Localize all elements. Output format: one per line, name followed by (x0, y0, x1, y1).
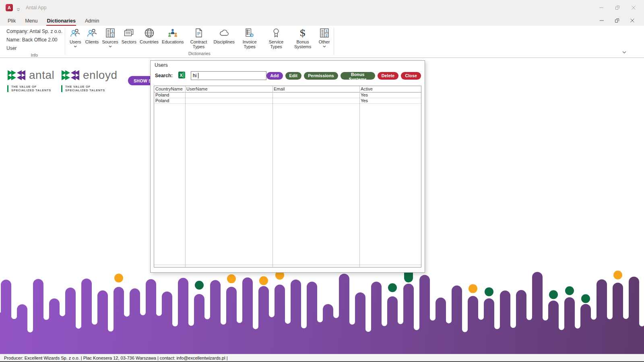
enloyd-logo: enloyd THE VALUE OF SPECIALIZED TALENTS (61, 69, 118, 92)
clipboard-gear-icon (244, 27, 255, 39)
chevron-down-icon (323, 45, 326, 47)
antal-tagline-line1: THE VALUE OF (11, 85, 51, 88)
svg-text:X: X (180, 72, 183, 77)
ribbon-button-invoice-types[interactable]: Invoice Types (237, 27, 262, 49)
group-separator (334, 28, 334, 55)
table-header-row: CountryName UserName Email Active (154, 86, 421, 93)
ribbon-button-sources[interactable]: 1 2 Sources (101, 27, 119, 48)
sectors-cards-icon (123, 27, 134, 39)
minimize-icon[interactable] (593, 0, 609, 15)
ribbon-button-countries[interactable]: Countries (138, 27, 160, 45)
ribbon-button-bonus-systems[interactable]: $ Bonus Systems (290, 27, 316, 49)
ribbon-button-users[interactable]: Users (68, 27, 83, 48)
status-bar: Producer: Excellent Wizards Sp. z o.o. |… (0, 354, 644, 361)
ribbon-button-educations[interactable]: Educations (161, 27, 185, 45)
ribbon-group-dictionaries: Users Clients (66, 26, 333, 58)
app-icon: A (6, 4, 13, 11)
column-divider (185, 86, 186, 267)
quick-access-chevron-icon[interactable] (17, 6, 20, 13)
bonus-systems-button[interactable]: Bonus Systems (341, 72, 375, 80)
column-header-active[interactable]: Active (359, 86, 421, 92)
close-icon[interactable] (625, 0, 642, 15)
application-window: A Antal App Plik Menu Dictionaries Admin… (0, 0, 644, 362)
ribbon-button-sectors[interactable]: Sectors (120, 27, 138, 45)
globe-icon (144, 27, 155, 39)
clients-icon (87, 27, 98, 39)
ribbon-button-service-types[interactable]: Service Types (263, 27, 289, 49)
menu-bar: Plik Menu Dictionaries Admin (0, 15, 644, 26)
dollar-icon: $ (297, 27, 308, 39)
sources-grid-icon: 1 2 (105, 27, 116, 39)
grid-bottom-line (154, 265, 421, 265)
excel-export-icon[interactable]: X (178, 72, 185, 80)
decorative-wave (0, 267, 644, 354)
ribbon-button-clients[interactable]: Clients (84, 27, 100, 45)
menu-item-menu[interactable]: Menu (21, 16, 42, 25)
users-table: CountryName UserName Email Active Poland… (154, 86, 421, 267)
group-caption-dictionaries: Dictionaries (66, 51, 333, 58)
svg-text:1: 1 (111, 29, 113, 33)
column-header-email[interactable]: Email (272, 86, 359, 92)
enloyd-logo-mark-icon (61, 70, 80, 81)
menu-item-admin[interactable]: Admin (80, 16, 103, 25)
antal-logo-mark-icon (7, 70, 26, 81)
user-label: User (6, 44, 17, 53)
app-name-label: Name: Back Office 2.00 (6, 36, 58, 44)
antal-logo: antal THE VALUE OF SPECIALIZED TALENTS (7, 69, 54, 92)
menu-item-dictionaries[interactable]: Dictionaries (42, 16, 80, 25)
workspace: antal THE VALUE OF SPECIALIZED TALENTS (0, 58, 644, 354)
window-title: Antal App (26, 5, 46, 10)
child-restore-icon[interactable] (609, 16, 625, 25)
svg-text:$: $ (299, 27, 306, 39)
users-dialog: Users Search: X Add Edit Pe (150, 60, 425, 273)
ribbon-collapse-chevron-icon[interactable] (622, 48, 626, 55)
svg-text:1: 1 (326, 29, 328, 33)
delete-button[interactable]: Delete (378, 72, 399, 80)
title-bar: A Antal App (0, 0, 644, 15)
ribbon-button-contract-types[interactable]: Contract Types (186, 27, 212, 49)
ribbon-group-info: Company: Antal Sp. z o.o. Name: Back Off… (0, 26, 64, 59)
menu-item-plik[interactable]: Plik (3, 16, 20, 25)
chevron-down-icon (74, 45, 77, 47)
table-row[interactable]: Poland Yes (154, 93, 421, 98)
company-label: Company: Antal Sp. z o.o. (6, 27, 62, 36)
document-icon (193, 27, 204, 39)
permissions-button[interactable]: Permissions (304, 72, 338, 80)
ribbon: Company: Antal Sp. z o.o. Name: Back Off… (0, 26, 644, 58)
search-input[interactable] (191, 71, 266, 80)
dialog-title: Users (155, 62, 168, 68)
tagline-bar (7, 85, 8, 92)
tagline-bar (61, 85, 62, 92)
child-close-icon[interactable] (625, 16, 640, 25)
cloud-icon (219, 27, 230, 39)
edit-button[interactable]: Edit (285, 72, 302, 80)
enloyd-tagline-line1: THE VALUE OF (65, 85, 105, 88)
column-divider (272, 86, 273, 267)
chevron-down-icon (109, 45, 112, 47)
search-label: Search: (155, 73, 174, 78)
educations-people-icon (167, 27, 178, 39)
ribbon-button-other[interactable]: 1 2 Other (316, 27, 332, 48)
close-button[interactable]: Close (401, 72, 421, 80)
antal-tagline-line2: SPECIALIZED TALENTS (11, 88, 51, 92)
enloyd-wordmark: enloyd (83, 69, 118, 81)
status-text: Producer: Excellent Wizards Sp. z o.o. |… (4, 356, 228, 360)
column-divider (359, 86, 360, 267)
antal-wordmark: antal (29, 69, 54, 81)
svg-text:2: 2 (111, 33, 113, 37)
users-icon (70, 27, 81, 39)
column-header-username[interactable]: UserName (185, 86, 272, 92)
child-minimize-icon[interactable] (594, 16, 609, 25)
table-row[interactable]: Poland Yes (154, 98, 421, 104)
text-cursor (198, 73, 198, 78)
other-grid-icon: 1 2 (319, 27, 330, 39)
svg-text:2: 2 (326, 33, 328, 37)
ribbon-button-disciplines[interactable]: Disciplines (213, 27, 236, 45)
column-header-countryname[interactable]: CountryName (154, 86, 185, 92)
add-button[interactable]: Add (266, 72, 283, 80)
enloyd-tagline-line2: SPECIALIZED TALENTS (65, 88, 105, 92)
group-separator (65, 28, 65, 55)
restore-icon[interactable] (609, 0, 625, 15)
award-ribbon-icon (270, 27, 282, 39)
